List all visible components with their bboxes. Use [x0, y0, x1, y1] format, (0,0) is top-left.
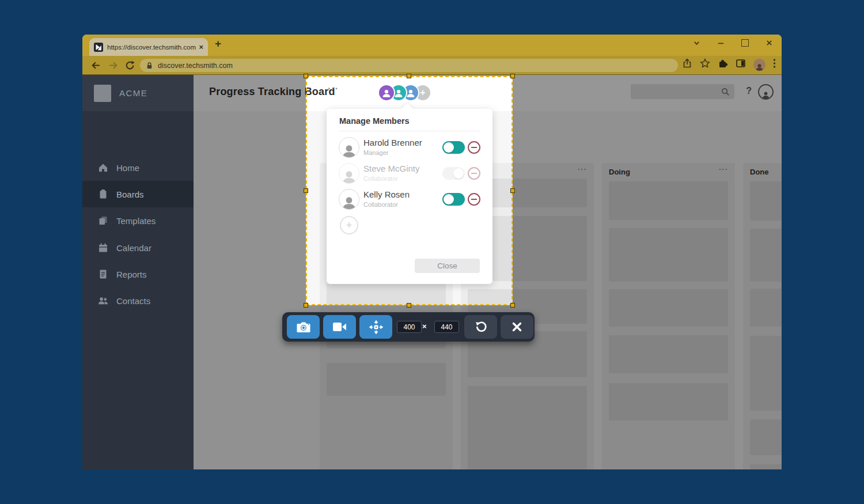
- add-member-button[interactable]: +: [340, 216, 358, 234]
- sidebar-item-reports[interactable]: Reports: [82, 261, 194, 287]
- selection-handle[interactable]: [510, 188, 515, 193]
- selection-handle[interactable]: [510, 303, 515, 308]
- selection-handle[interactable]: [510, 74, 515, 78]
- browser-window: https://discover.techsmith.com × + disco…: [82, 35, 782, 469]
- sidebar-item-home[interactable]: Home: [82, 154, 194, 181]
- reposition-selection-button[interactable]: [359, 315, 392, 339]
- member-role: Collaborator: [363, 175, 398, 182]
- remove-member-icon[interactable]: [468, 193, 480, 206]
- browser-profile-avatar[interactable]: [753, 59, 766, 71]
- camera-icon: [296, 321, 311, 334]
- selection-handle[interactable]: [304, 188, 308, 193]
- member-photo: [339, 189, 359, 210]
- forward-icon[interactable]: [108, 60, 119, 73]
- member-role: Manager: [363, 149, 388, 156]
- capture-image-button[interactable]: [287, 315, 320, 339]
- browser-menu-kebab-icon[interactable]: [773, 58, 776, 71]
- reload-icon[interactable]: [124, 60, 135, 73]
- popup-title: Manage Members: [339, 116, 410, 126]
- toolbar-right-icons: [682, 58, 776, 71]
- window-controls: [692, 38, 774, 47]
- minimize-icon[interactable]: [716, 38, 725, 47]
- contacts-icon: [98, 295, 108, 306]
- tab-close-icon[interactable]: ×: [199, 43, 203, 51]
- selection-handle[interactable]: [304, 74, 308, 78]
- browser-tabstrip: https://discover.techsmith.com × +: [82, 35, 782, 56]
- close-window-icon[interactable]: [764, 38, 774, 47]
- selection-handle[interactable]: [407, 303, 411, 308]
- reports-icon: [98, 269, 108, 279]
- member-row-steve: Steve McGinty Collaborator: [327, 163, 492, 185]
- capture-width-input[interactable]: [397, 321, 422, 333]
- member-toggle[interactable]: [442, 193, 465, 206]
- dimension-separator: ×: [422, 322, 427, 331]
- bookmark-star-icon[interactable]: [700, 58, 710, 71]
- extensions-puzzle-icon[interactable]: [718, 58, 728, 71]
- move-crosshair-icon: [369, 320, 383, 334]
- share-icon[interactable]: [682, 58, 692, 71]
- member-toggle[interactable]: [442, 141, 465, 154]
- member-role: Collaborator: [363, 201, 398, 208]
- new-tab-button[interactable]: +: [215, 37, 221, 50]
- tab-title: https://discover.techsmith.com: [107, 44, 196, 51]
- templates-icon: [98, 215, 108, 226]
- selection-handle[interactable]: [407, 74, 411, 78]
- restart-icon: [475, 321, 487, 334]
- browser-tab[interactable]: https://discover.techsmith.com ×: [89, 38, 208, 56]
- member-photo: [339, 163, 359, 184]
- sidebar-item-calendar[interactable]: Calendar: [82, 234, 194, 261]
- remove-member-icon[interactable]: [468, 141, 480, 154]
- sidebar-item-boards[interactable]: Boards: [82, 181, 194, 207]
- member-name: Harold Brenner: [363, 138, 422, 147]
- maximize-icon[interactable]: [740, 38, 749, 47]
- screen: https://discover.techsmith.com × + disco…: [0, 0, 864, 504]
- manage-members-popup: Manage Members Harold Brenner Manager St…: [327, 109, 492, 284]
- app-logo: ACME: [82, 75, 194, 111]
- url-text: discover.techsmith.com: [158, 62, 233, 70]
- close-icon: [511, 321, 522, 332]
- logo-mark: [94, 85, 111, 102]
- divider: [339, 131, 480, 131]
- video-camera-icon: [332, 321, 347, 332]
- member-row-kelly: Kelly Rosen Collaborator: [327, 189, 492, 211]
- sidebar-item-templates[interactable]: Templates: [82, 207, 194, 234]
- capture-height-input[interactable]: [434, 321, 459, 333]
- lock-icon: [146, 62, 153, 70]
- sidebar-item-label: Templates: [116, 216, 156, 226]
- site-favicon: [94, 43, 103, 52]
- back-icon[interactable]: [90, 60, 101, 73]
- member-name: Kelly Rosen: [363, 190, 410, 199]
- member-toggle[interactable]: [442, 167, 465, 180]
- sidebar-item-label: Calendar: [116, 243, 151, 253]
- sidebar-item-label: Contacts: [116, 296, 150, 306]
- sidebar-item-label: Home: [116, 163, 139, 173]
- calendar-icon: [98, 242, 108, 253]
- cancel-capture-button[interactable]: [501, 315, 533, 339]
- member-row-harold: Harold Brenner Manager: [327, 137, 492, 159]
- restart-capture-button[interactable]: [464, 315, 497, 339]
- dim-overlay: [513, 75, 782, 469]
- capture-video-button[interactable]: [323, 315, 356, 339]
- close-popup-button[interactable]: Close: [415, 259, 480, 273]
- sidebar-item-label: Boards: [116, 190, 144, 199]
- boards-icon: [98, 189, 108, 199]
- selection-handle[interactable]: [304, 303, 308, 308]
- capture-toolbar: ×: [282, 312, 535, 342]
- dim-overlay: [194, 75, 306, 469]
- member-name: Steve McGinty: [363, 164, 420, 173]
- address-bar[interactable]: discover.techsmith.com: [140, 59, 678, 72]
- remove-member-icon[interactable]: [468, 167, 480, 180]
- app-sidebar: ACME Home Boards Templates Calendar Repo…: [82, 75, 194, 469]
- member-photo: [339, 137, 359, 158]
- member-avatar[interactable]: [378, 84, 395, 101]
- tab-search-chevron-icon[interactable]: [692, 38, 701, 47]
- browser-toolbar: discover.techsmith.com: [82, 56, 782, 75]
- side-panel-icon[interactable]: [736, 58, 746, 71]
- board-menu-icon[interactable]: ···: [328, 84, 339, 94]
- sidebar-item-contacts[interactable]: Contacts: [82, 287, 194, 314]
- home-icon: [98, 162, 108, 173]
- sidebar-item-label: Reports: [116, 270, 147, 279]
- logo-text: ACME: [119, 88, 147, 98]
